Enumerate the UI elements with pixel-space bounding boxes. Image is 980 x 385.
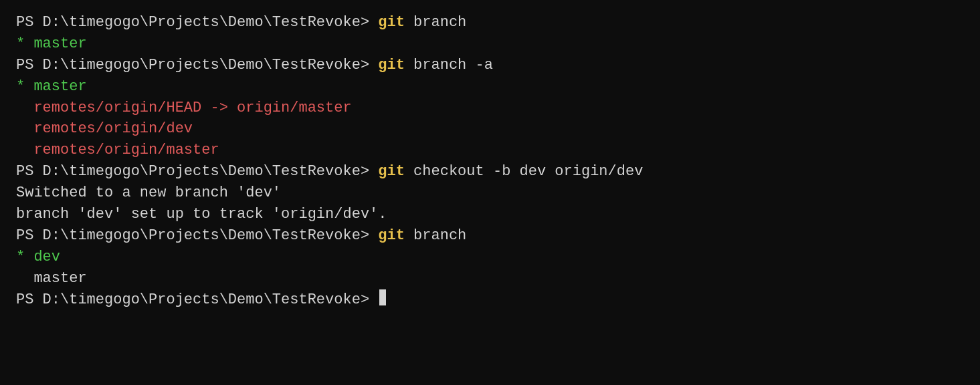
terminal-line: * dev (16, 247, 964, 268)
terminal-cursor (379, 289, 386, 305)
terminal-text: remotes/origin/HEAD -> origin/master (16, 98, 352, 119)
terminal-text: remotes/origin/master (16, 140, 219, 161)
terminal-text: Switched to a new branch 'dev' (16, 182, 281, 204)
terminal-text: git (378, 225, 405, 247)
terminal-text: PS D:\timegogo\Projects\Demo\TestRevoke> (16, 12, 378, 33)
terminal-line: master (16, 268, 964, 289)
terminal-window: PS D:\timegogo\Projects\Demo\TestRevoke>… (16, 12, 964, 373)
terminal-text: master (16, 268, 87, 289)
terminal-text: git (378, 12, 405, 33)
terminal-text: master (33, 33, 86, 55)
terminal-line: branch 'dev' set up to track 'origin/dev… (16, 204, 964, 225)
terminal-text: * (16, 76, 33, 98)
terminal-text: git (378, 161, 405, 182)
terminal-line: remotes/origin/dev (16, 118, 964, 140)
terminal-text: branch (405, 12, 466, 33)
terminal-text: PS D:\timegogo\Projects\Demo\TestRevoke> (16, 289, 378, 311)
terminal-text: PS D:\timegogo\Projects\Demo\TestRevoke> (16, 225, 378, 247)
terminal-text: PS D:\timegogo\Projects\Demo\TestRevoke> (16, 161, 378, 182)
terminal-line: PS D:\timegogo\Projects\Demo\TestRevoke>… (16, 225, 964, 247)
terminal-text: dev (33, 247, 60, 268)
terminal-text: PS D:\timegogo\Projects\Demo\TestRevoke> (16, 55, 378, 76)
terminal-line: PS D:\timegogo\Projects\Demo\TestRevoke>… (16, 55, 964, 76)
terminal-text: * (16, 247, 33, 268)
terminal-text: checkout -b dev origin/dev (405, 161, 643, 182)
terminal-text: master (33, 76, 86, 98)
terminal-text: remotes/origin/dev (16, 118, 193, 140)
terminal-line: remotes/origin/HEAD -> origin/master (16, 98, 964, 119)
terminal-line: PS D:\timegogo\Projects\Demo\TestRevoke> (16, 289, 964, 311)
terminal-line: remotes/origin/master (16, 140, 964, 161)
terminal-text: branch -a (405, 55, 493, 76)
terminal-text: branch 'dev' set up to track 'origin/dev… (16, 204, 387, 225)
terminal-line: * master (16, 33, 964, 55)
terminal-line: * master (16, 76, 964, 98)
terminal-text: * (16, 33, 33, 55)
terminal-line: PS D:\timegogo\Projects\Demo\TestRevoke>… (16, 161, 964, 182)
terminal-text: branch (405, 225, 466, 247)
terminal-line: Switched to a new branch 'dev' (16, 182, 964, 204)
terminal-text: git (378, 55, 405, 76)
terminal-line: PS D:\timegogo\Projects\Demo\TestRevoke>… (16, 12, 964, 33)
